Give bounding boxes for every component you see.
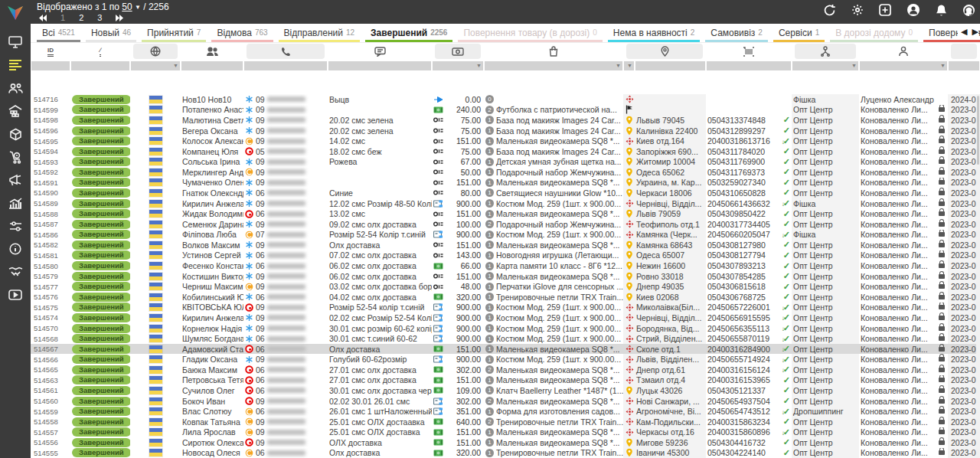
- table-row[interactable]: 514589ЗавершенийКирилич Анжела0912.02 см…: [31, 198, 980, 209]
- table-row[interactable]: 514561ЗавершенийСучилов Олег0630.01 смс …: [31, 385, 980, 396]
- table-row[interactable]: 514599ЗавершенийПотапенко Анастас..09240…: [31, 105, 980, 116]
- column-filter-input[interactable]: [244, 61, 327, 70]
- delivery-filter-dropdown[interactable]: ▼: [624, 61, 634, 70]
- tab-в-дорозі-додому[interactable]: В дорозі додому0: [830, 24, 918, 42]
- settings-sliders-icon[interactable]: [0, 214, 31, 237]
- tab-самовивіз[interactable]: Самовивіз2: [705, 24, 768, 42]
- table-row[interactable]: 514582ЗавершенийВолков Максим09Олх доста…: [31, 240, 980, 250]
- date-column-header[interactable]: [948, 43, 980, 60]
- user-avatar-icon[interactable]: [906, 3, 920, 17]
- products-column-header[interactable]: [484, 43, 623, 60]
- app-logo-icon[interactable]: [0, 0, 31, 26]
- table-row[interactable]: 514563ЗавершенийПетровська Тетяна0627.01…: [31, 375, 980, 386]
- table-row[interactable]: 514580ЗавершенийФесенко Константин0606.0…: [31, 260, 980, 271]
- table-row[interactable]: 514579ЗавершенийКостишин Виктор0906.02 с…: [31, 271, 980, 282]
- column-filter-input[interactable]: ▼: [792, 61, 858, 70]
- table-row[interactable]: 514591ЗавершенийЧумаченко Олена09151.001…: [31, 178, 980, 188]
- gear-icon[interactable]: [851, 4, 864, 16]
- table-row[interactable]: 514590ЗавершенийГнатюк Олексндр06Синие80…: [31, 188, 980, 198]
- column-filter-input[interactable]: ▼: [860, 61, 947, 70]
- table-row[interactable]: 514593ЗавершенийСольська Ірина09Рожева67…: [31, 156, 980, 167]
- statistics-chart-icon[interactable]: [0, 191, 31, 214]
- manager-column-header[interactable]: [859, 43, 948, 60]
- tab-новый[interactable]: Новый46: [86, 24, 136, 42]
- status-sort-icon[interactable]: ∕: [70, 43, 130, 60]
- table-row[interactable]: 514598ЗавершенийМалютина Светлана0920.02…: [31, 115, 980, 126]
- dropshipping-cart-icon[interactable]: [0, 146, 31, 168]
- chevron-down-icon[interactable]: ▼: [135, 4, 141, 11]
- orders-list-icon[interactable]: [0, 54, 31, 77]
- products-box-icon[interactable]: [0, 123, 31, 146]
- first-page-button[interactable]: [37, 15, 47, 21]
- table-row[interactable]: 514574ЗавершенийКирилич Анжела Ол...0902…: [31, 312, 980, 323]
- table-row[interactable]: 514588ЗавершенийЖидак Володимир0613.02 с…: [31, 208, 980, 219]
- table-row[interactable]: 514567ЗавершенийАдамовский Станис...06Ол…: [31, 344, 980, 355]
- page-number-1[interactable]: 1: [60, 13, 65, 22]
- column-filter-input[interactable]: [181, 61, 243, 70]
- tab-повернення-товару-в-дорозі-[interactable]: Повернення товару (в дорозі)0: [458, 24, 602, 42]
- country-column-header[interactable]: [130, 43, 181, 60]
- page-number-3[interactable]: 3: [97, 13, 102, 22]
- column-filter-input[interactable]: [71, 61, 129, 70]
- tab-відмова[interactable]: Відмова763: [211, 24, 273, 42]
- table-row[interactable]: 514568ЗавершенийШумляс Богдана Ан...0630…: [31, 333, 980, 344]
- table-row[interactable]: 514557ЗавершенийЛила Ярослав0925.01 смс …: [31, 427, 980, 438]
- phone-column-header[interactable]: [243, 43, 328, 60]
- payment-column-header[interactable]: [432, 43, 484, 60]
- info-icon[interactable]: [0, 237, 31, 260]
- partners-handshake-icon[interactable]: [0, 260, 31, 283]
- marketing-megaphone-icon[interactable]: [0, 168, 31, 191]
- video-tutorials-icon[interactable]: [0, 283, 31, 306]
- table-row[interactable]: 514595ЗавершенийКолосок Александр0914.02…: [31, 136, 980, 146]
- clients-icon[interactable]: [0, 77, 31, 100]
- column-filter-input[interactable]: [949, 61, 979, 70]
- desktop-icon[interactable]: [0, 31, 31, 54]
- support-headset-icon[interactable]: [962, 4, 975, 17]
- table-row[interactable]: 514581ЗавершенийУстинов Сергей0607.02 см…: [31, 250, 980, 261]
- location-filter-input[interactable]: [635, 61, 705, 70]
- column-filter-input[interactable]: [31, 61, 70, 70]
- table-row[interactable]: 514587ЗавершенийСеменюк Дарина0909.02 см…: [31, 219, 980, 230]
- source-column-header[interactable]: [792, 43, 859, 60]
- tab-сервіси[interactable]: Сервіси1: [773, 24, 825, 42]
- column-filter-input[interactable]: ▼: [433, 61, 483, 70]
- tab-scroll-right-icon[interactable]: ▶: [972, 27, 978, 37]
- vertical-scrollbar[interactable]: [976, 94, 980, 458]
- table-row[interactable]: 514556ЗавершенийСиротюк Олександр09ОЛХ д…: [31, 437, 980, 448]
- delivery-column-header[interactable]: [623, 43, 706, 60]
- table-row[interactable]: 514566ЗавершенийГладик Оксана09Голубий 6…: [31, 354, 980, 365]
- bell-icon[interactable]: [936, 4, 947, 17]
- table-row[interactable]: 514559ЗавершенийВлас Слотюу0626.01 смс 1…: [31, 406, 980, 417]
- table-row[interactable]: 514575ЗавершенийКВІТОВСЬКА ЮЛІЯ09Розмір …: [31, 303, 980, 313]
- warehouse-icon[interactable]: [0, 100, 31, 123]
- table-row[interactable]: 514586ЗавершенийФіліпова Люба07Розмір 52…: [31, 230, 980, 240]
- table-row[interactable]: 514577ЗавершенийЧерниш Максим0903.02 смс…: [31, 281, 980, 292]
- comment-column-header[interactable]: [328, 43, 432, 60]
- tab-завершений[interactable]: Завершений2256: [365, 24, 452, 42]
- tab-прийнятий[interactable]: Прийнятий7: [142, 24, 206, 42]
- tab-всі[interactable]: Всі4521: [37, 24, 80, 42]
- client-column-header[interactable]: [181, 43, 243, 60]
- ttn-column-header[interactable]: [706, 43, 792, 60]
- column-filter-input[interactable]: ▼: [485, 61, 622, 70]
- table-row[interactable]: 514576ЗавершенийКобилинський Юрий0604.02…: [31, 292, 980, 303]
- add-order-icon[interactable]: [879, 4, 891, 16]
- table-row[interactable]: 514594ЗавершенийКомпанец Юля0518.02 смс …: [31, 146, 980, 157]
- table-row[interactable]: 514560ЗавершенийБокоч Иван0902.02 30.01 …: [31, 396, 980, 407]
- id-sort-icon[interactable]: ID: [31, 43, 70, 60]
- column-filter-input[interactable]: [707, 61, 791, 70]
- page-number-2[interactable]: 2: [79, 13, 83, 22]
- refresh-icon[interactable]: [823, 4, 836, 17]
- tab-scroll-left-icon[interactable]: ◀: [961, 27, 967, 37]
- column-filter-input[interactable]: ▼: [131, 61, 180, 70]
- table-row[interactable]: 514570ЗавершенийКорнелюк Надія Та...0930…: [31, 323, 980, 334]
- table-row[interactable]: 514592ЗавершенийМерклингер Андрей0950.00…: [31, 167, 980, 178]
- table-row[interactable]: 514716ЗавершенийНов10 Нов1009Выцв0.000Фі…: [31, 94, 980, 105]
- tab-нема-в-наявності[interactable]: Нема в наявності2: [608, 24, 701, 42]
- table-row[interactable]: 514555ЗавершенийНовосад Олеся06Олх доста…: [31, 448, 980, 458]
- table-row[interactable]: 514565ЗавершенийБаюка Максим0627.01 смс …: [31, 365, 980, 375]
- column-filter-input[interactable]: [328, 61, 431, 70]
- tab-відправлений[interactable]: Відправлений12: [279, 24, 360, 42]
- table-row[interactable]: 514558ЗавершенийКовпак Татьяна0925.01 см…: [31, 417, 980, 427]
- table-row[interactable]: 514596ЗавершенийВегера Оксана0920.02 смс…: [31, 126, 980, 136]
